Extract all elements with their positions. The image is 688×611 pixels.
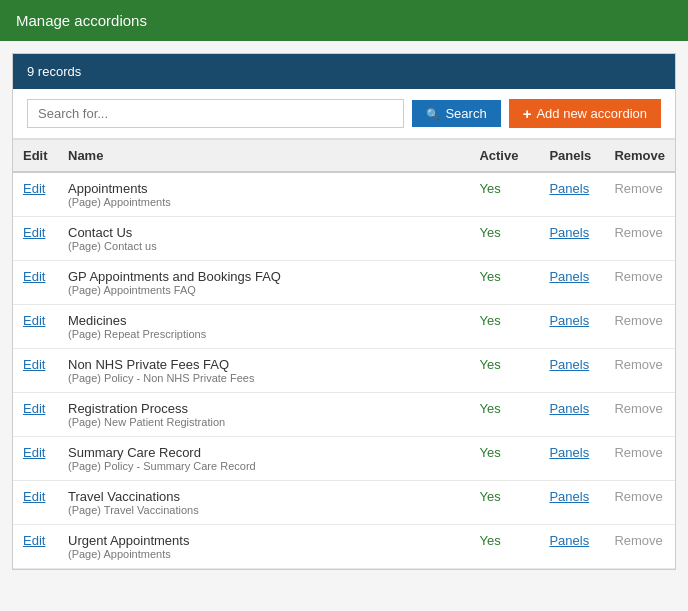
panels-cell: Panels (539, 261, 604, 305)
active-status: Yes (479, 445, 500, 460)
remove-cell: Remove (604, 481, 675, 525)
remove-cell: Remove (604, 437, 675, 481)
accordion-subname: (Page) Appointments (68, 196, 459, 208)
accordion-subname: (Page) Repeat Prescriptions (68, 328, 459, 340)
panels-link[interactable]: Panels (549, 269, 589, 284)
active-cell: Yes (469, 172, 539, 217)
active-cell: Yes (469, 481, 539, 525)
records-bar: 9 records (13, 54, 675, 89)
remove-button[interactable]: Remove (614, 225, 662, 240)
search-button[interactable]: Search (412, 100, 500, 127)
active-cell: Yes (469, 437, 539, 481)
active-status: Yes (479, 357, 500, 372)
name-cell: Appointments (Page) Appointments (58, 172, 469, 217)
search-button-label: Search (445, 106, 486, 121)
name-cell: GP Appointments and Bookings FAQ (Page) … (58, 261, 469, 305)
name-cell: Non NHS Private Fees FAQ (Page) Policy -… (58, 349, 469, 393)
accordion-name: GP Appointments and Bookings FAQ (68, 269, 459, 284)
panels-link[interactable]: Panels (549, 489, 589, 504)
accordion-subname: (Page) New Patient Registration (68, 416, 459, 428)
accordion-subname: (Page) Policy - Non NHS Private Fees (68, 372, 459, 384)
remove-button[interactable]: Remove (614, 401, 662, 416)
accordion-name: Contact Us (68, 225, 459, 240)
search-input[interactable] (27, 99, 404, 128)
remove-cell: Remove (604, 261, 675, 305)
panels-cell: Panels (539, 525, 604, 569)
name-cell: Contact Us (Page) Contact us (58, 217, 469, 261)
table-row: Edit Appointments (Page) Appointments Ye… (13, 172, 675, 217)
table-row: Edit Travel Vaccinations (Page) Travel V… (13, 481, 675, 525)
remove-button[interactable]: Remove (614, 489, 662, 504)
edit-cell: Edit (13, 481, 58, 525)
edit-cell: Edit (13, 525, 58, 569)
remove-button[interactable]: Remove (614, 445, 662, 460)
remove-button[interactable]: Remove (614, 533, 662, 548)
edit-cell: Edit (13, 305, 58, 349)
accordion-name: Medicines (68, 313, 459, 328)
edit-cell: Edit (13, 393, 58, 437)
active-cell: Yes (469, 305, 539, 349)
header-bar: Manage accordions (0, 0, 688, 41)
table-row: Edit Registration Process (Page) New Pat… (13, 393, 675, 437)
remove-cell: Remove (604, 525, 675, 569)
accordion-subname: (Page) Appointments FAQ (68, 284, 459, 296)
panels-cell: Panels (539, 393, 604, 437)
remove-cell: Remove (604, 217, 675, 261)
panels-link[interactable]: Panels (549, 533, 589, 548)
edit-link[interactable]: Edit (23, 225, 45, 240)
active-status: Yes (479, 401, 500, 416)
table-row: Edit Medicines (Page) Repeat Prescriptio… (13, 305, 675, 349)
add-button-label: Add new accordion (536, 106, 647, 121)
name-cell: Summary Care Record (Page) Policy - Summ… (58, 437, 469, 481)
plus-icon (523, 105, 532, 122)
panels-link[interactable]: Panels (549, 225, 589, 240)
add-accordion-button[interactable]: Add new accordion (509, 99, 661, 128)
col-header-name: Name (58, 140, 469, 173)
edit-link[interactable]: Edit (23, 357, 45, 372)
panels-link[interactable]: Panels (549, 357, 589, 372)
active-cell: Yes (469, 349, 539, 393)
table-row: Edit Urgent Appointments (Page) Appointm… (13, 525, 675, 569)
col-header-panels: Panels (539, 140, 604, 173)
panels-link[interactable]: Panels (549, 313, 589, 328)
edit-link[interactable]: Edit (23, 313, 45, 328)
edit-link[interactable]: Edit (23, 269, 45, 284)
accordion-subname: (Page) Travel Vaccinations (68, 504, 459, 516)
remove-button[interactable]: Remove (614, 269, 662, 284)
name-cell: Registration Process (Page) New Patient … (58, 393, 469, 437)
col-header-edit: Edit (13, 140, 58, 173)
active-status: Yes (479, 269, 500, 284)
edit-cell: Edit (13, 172, 58, 217)
edit-cell: Edit (13, 349, 58, 393)
search-icon (426, 106, 440, 121)
edit-link[interactable]: Edit (23, 489, 45, 504)
remove-cell: Remove (604, 393, 675, 437)
remove-button[interactable]: Remove (614, 313, 662, 328)
col-header-remove: Remove (604, 140, 675, 173)
table-row: Edit GP Appointments and Bookings FAQ (P… (13, 261, 675, 305)
active-cell: Yes (469, 393, 539, 437)
remove-button[interactable]: Remove (614, 181, 662, 196)
page-title: Manage accordions (16, 12, 672, 29)
edit-link[interactable]: Edit (23, 445, 45, 460)
active-cell: Yes (469, 525, 539, 569)
edit-link[interactable]: Edit (23, 533, 45, 548)
panels-cell: Panels (539, 217, 604, 261)
active-status: Yes (479, 313, 500, 328)
panels-cell: Panels (539, 305, 604, 349)
accordion-subname: (Page) Appointments (68, 548, 459, 560)
edit-link[interactable]: Edit (23, 181, 45, 196)
table-header-row: Edit Name Active Panels Remove (13, 140, 675, 173)
remove-button[interactable]: Remove (614, 357, 662, 372)
panels-link[interactable]: Panels (549, 181, 589, 196)
remove-cell: Remove (604, 349, 675, 393)
active-status: Yes (479, 225, 500, 240)
edit-cell: Edit (13, 437, 58, 481)
panels-link[interactable]: Panels (549, 445, 589, 460)
edit-link[interactable]: Edit (23, 401, 45, 416)
active-cell: Yes (469, 261, 539, 305)
name-cell: Travel Vaccinations (Page) Travel Vaccin… (58, 481, 469, 525)
name-cell: Medicines (Page) Repeat Prescriptions (58, 305, 469, 349)
panels-link[interactable]: Panels (549, 401, 589, 416)
panels-cell: Panels (539, 349, 604, 393)
